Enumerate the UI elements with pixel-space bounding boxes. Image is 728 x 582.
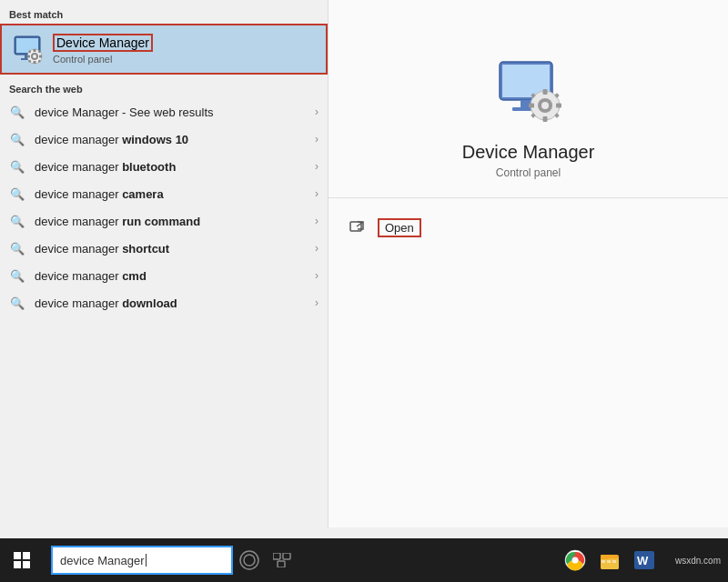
svg-rect-38 [273,553,280,559]
svg-rect-35 [23,561,30,568]
file-explorer-icon[interactable] [593,538,626,582]
web-section-label: Search the web [0,78,328,98]
open-label[interactable]: Open [378,218,421,237]
search-item-text: device manager cmd [35,269,315,283]
chevron-right-icon: › [315,105,318,118]
list-item[interactable]: 🔍 device manager shortcut › [0,235,328,262]
svg-rect-25 [556,104,561,108]
search-icon: 🔍 [9,267,25,284]
taskbar: device Manager [0,538,728,582]
chrome-icon[interactable] [559,538,592,582]
search-item-text: device manager download [35,296,315,310]
list-item[interactable]: 🔍 device manager download › [0,289,328,316]
svg-rect-22 [542,89,547,95]
search-icon: 🔍 [9,186,25,202]
svg-rect-45 [601,558,619,569]
svg-rect-32 [14,552,21,559]
svg-rect-7 [34,49,36,52]
list-item[interactable]: 🔍 device manager run command › [0,207,328,235]
svg-rect-48 [607,560,611,563]
search-panel: Best match [0,0,328,527]
search-icon: 🔍 [9,295,25,311]
svg-rect-49 [612,560,616,563]
list-item[interactable]: 🔍 device manager camera › [0,180,328,207]
search-item-text: device Manager - See web results [35,105,315,119]
watermark: wsxdn.com [675,556,721,566]
divider [329,197,728,198]
chevron-right-icon: › [315,296,318,309]
svg-point-37 [244,555,255,566]
best-match-item[interactable]: Device Manager Control panel [0,24,328,75]
taskbar-search-text: device Manager [60,554,145,567]
search-icon: 🔍 [9,131,25,147]
svg-point-36 [240,551,258,569]
cortana-button[interactable] [233,538,266,582]
svg-rect-34 [14,561,21,568]
svg-rect-33 [23,552,30,559]
search-item-text: device manager camera [35,187,315,201]
list-item[interactable]: 🔍 device Manager - See web results › [0,98,328,125]
right-panel: Device Manager Control panel Open [328,0,728,527]
svg-text:W: W [637,554,649,567]
open-action[interactable]: Open [329,211,728,244]
svg-point-6 [33,55,36,58]
svg-rect-8 [34,61,36,64]
taskbar-app-icons: W [559,538,661,582]
start-button[interactable] [0,538,44,582]
right-panel-title: Device Manager [462,142,595,163]
list-item[interactable]: 🔍 device manager bluetooth › [0,153,328,180]
chevron-right-icon: › [315,133,318,146]
open-icon [347,216,369,238]
svg-point-21 [541,102,549,109]
svg-rect-23 [542,116,547,122]
best-match-title: Device Manager [53,34,153,52]
chevron-right-icon: › [315,215,318,227]
svg-rect-46 [601,555,609,559]
search-icon: 🔍 [9,104,25,120]
device-manager-icon [11,33,44,65]
search-icon: 🔍 [9,158,25,175]
task-view-button[interactable] [266,538,298,582]
search-item-text: device manager run command [35,215,315,228]
search-icon: 🔍 [9,240,25,256]
right-panel-device-manager-icon [492,55,565,127]
svg-rect-24 [529,104,534,108]
best-match-label: Best match [0,0,328,24]
taskbar-search-box[interactable]: device Manager [51,546,233,575]
search-items-list: 🔍 device Manager - See web results › 🔍 d… [0,98,328,527]
list-item[interactable]: 🔍 device manager cmd › [0,262,328,289]
chevron-right-icon: › [315,160,318,173]
svg-rect-39 [283,553,290,559]
best-match-subtitle: Control panel [53,54,153,65]
list-item[interactable]: 🔍 device manager windows 10 › [0,125,328,153]
svg-rect-40 [278,561,285,567]
search-item-text: device manager bluetooth [35,160,315,174]
svg-rect-47 [602,560,605,563]
svg-rect-10 [39,55,42,58]
search-icon: 🔍 [9,213,25,229]
search-item-text: device manager windows 10 [35,133,315,146]
chevron-right-icon: › [315,187,318,200]
right-panel-subtitle: Control panel [496,166,561,179]
word-icon[interactable]: W [628,538,661,582]
chevron-right-icon: › [315,269,318,282]
taskbar-cursor [146,554,147,567]
chevron-right-icon: › [315,242,318,255]
svg-rect-9 [27,55,30,58]
svg-point-43 [571,557,578,564]
search-item-text: device manager shortcut [35,242,315,256]
best-match-text: Device Manager Control panel [53,34,153,65]
